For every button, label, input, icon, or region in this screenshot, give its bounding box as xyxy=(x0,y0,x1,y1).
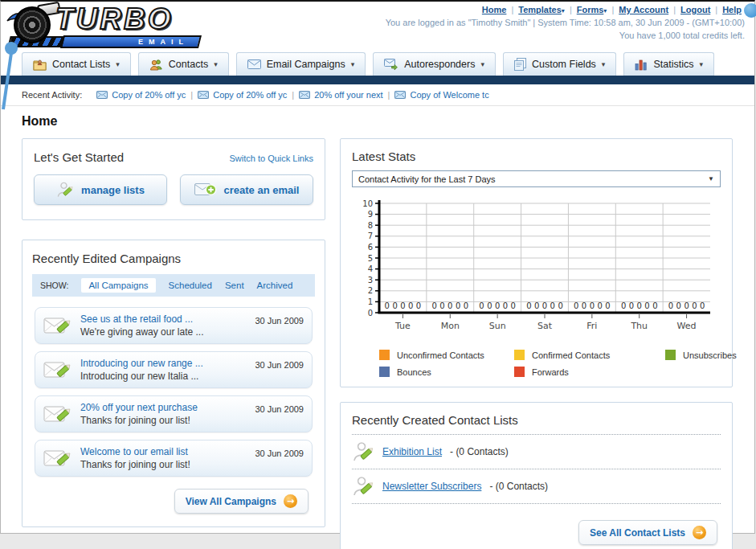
chart-area: 01234567891000000Tue00000Mon00000Sun0000… xyxy=(352,197,721,343)
svg-text:Wed: Wed xyxy=(677,321,697,331)
chevron-down-icon: ▾ xyxy=(480,60,484,68)
svg-text:0: 0 xyxy=(487,301,492,310)
switch-quick-links-link[interactable]: Switch to Quick Links xyxy=(229,154,313,163)
legend-label: Unsubscribes xyxy=(683,350,737,360)
campaign-title-link[interactable]: See us at the retail food ... xyxy=(80,313,247,325)
activity-separator: | xyxy=(292,90,294,100)
campaign-subtitle: Introducing our new Italia ... xyxy=(80,371,247,382)
view-all-campaigns-button[interactable]: View All Campaigns → xyxy=(174,489,309,514)
svg-text:0: 0 xyxy=(590,301,595,310)
nav-separator: | xyxy=(570,5,572,14)
filter-all-campaigns[interactable]: All Campaigns xyxy=(81,278,155,293)
contact-list-link[interactable]: Newsletter Subscribers xyxy=(382,481,481,492)
campaign-title-link[interactable]: 20% off your next purchase xyxy=(80,402,247,413)
recent-activity-link[interactable]: 20% off your next xyxy=(299,90,382,100)
stats-period-select[interactable]: Contact Activity for the Last 7 Days ▼ xyxy=(352,170,721,187)
app-logo[interactable]: EMAIL TURBO xyxy=(6,3,210,48)
legend-item-bounces: Bounces xyxy=(379,367,514,377)
svg-text:0: 0 xyxy=(637,301,642,310)
svg-text:8: 8 xyxy=(368,221,373,230)
tab-statistics[interactable]: Statistics▾ xyxy=(623,52,714,76)
contact-edit-icon xyxy=(56,180,74,199)
filter-scheduled[interactable]: Scheduled xyxy=(169,281,212,290)
filter-archived[interactable]: Archived xyxy=(257,281,293,290)
campaign-text: Introducing our new range ...Introducing… xyxy=(80,358,247,382)
contact-list-link[interactable]: Exhibition List xyxy=(382,446,442,457)
campaign-edit-icon xyxy=(43,313,72,338)
contact-list-detail: - (0 Contacts) xyxy=(450,446,509,457)
campaign-subtitle: Thanks for joining our list! xyxy=(80,459,247,470)
chevron-down-icon: ▾ xyxy=(351,60,355,68)
svg-text:0: 0 xyxy=(400,301,405,310)
campaign-title-link[interactable]: Introducing our new range ... xyxy=(80,358,247,369)
nav-link-forms[interactable]: Forms ▾ xyxy=(577,5,607,14)
recent-activity-link[interactable]: Copy of 20% off yc xyxy=(198,90,287,100)
create-email-plus-icon xyxy=(194,182,217,198)
svg-text:0: 0 xyxy=(652,301,657,310)
svg-text:0: 0 xyxy=(408,301,413,310)
svg-text:Thu: Thu xyxy=(630,321,648,331)
svg-text:0: 0 xyxy=(605,301,610,310)
filter-list: All CampaignsScheduledSentArchived xyxy=(81,278,292,293)
svg-text:Mon: Mon xyxy=(441,321,460,331)
recent-activity-text: 20% off your next xyxy=(314,90,382,100)
contact-list-items: Exhibition List- (0 Contacts)Newsletter … xyxy=(352,434,721,504)
campaign-text: Welcome to our email listThanks for join… xyxy=(80,446,247,470)
svg-text:0: 0 xyxy=(700,301,705,310)
tab-email-campaigns[interactable]: Email Campaigns▾ xyxy=(236,52,366,76)
campaign-edit-icon xyxy=(43,402,72,426)
tab-label: Contacts xyxy=(169,59,208,70)
navy-divider-bar xyxy=(1,76,754,84)
tab-autoresponders[interactable]: Autoresponders▾ xyxy=(373,52,496,76)
main-tab-bar: Contact Lists▾Contacts▾Email Campaigns▾A… xyxy=(1,50,754,76)
envelope-icon xyxy=(247,59,261,69)
svg-text:Sun: Sun xyxy=(489,321,506,331)
turbo-spiral-icon xyxy=(14,6,51,43)
nav-link-home[interactable]: Home xyxy=(482,5,507,14)
svg-text:0: 0 xyxy=(558,301,562,310)
latest-stats-panel: Latest Stats Contact Activity for the La… xyxy=(340,138,733,387)
logo-title: TURBO xyxy=(55,4,174,34)
tab-custom-fields[interactable]: Custom Fields▾ xyxy=(503,52,616,76)
recent-activity-link[interactable]: Copy of 20% off yc xyxy=(96,90,186,100)
tab-contacts[interactable]: Contacts▾ xyxy=(138,52,229,76)
svg-text:0: 0 xyxy=(684,301,689,310)
campaign-row: See us at the retail food ...We're givin… xyxy=(35,307,313,344)
chevron-down-icon: ▾ xyxy=(562,7,565,14)
tab-contact-lists[interactable]: Contact Lists▾ xyxy=(22,52,131,76)
nav-separator: | xyxy=(611,5,614,14)
autoresponder-icon xyxy=(384,59,398,70)
nav-link-help[interactable]: Help xyxy=(722,5,742,14)
recent-contact-lists-panel: Recently Created Contact Lists Exhibitio… xyxy=(340,402,733,549)
manage-lists-button[interactable]: manage lists xyxy=(34,174,167,205)
view-all-campaigns-label: View All Campaigns xyxy=(186,496,276,507)
recent-activity-link[interactable]: Copy of Welcome tc xyxy=(394,90,488,100)
svg-text:0: 0 xyxy=(416,301,421,310)
legend-swatch xyxy=(514,350,525,360)
help-bubble-icon[interactable] xyxy=(744,3,756,18)
create-email-button[interactable]: create an email xyxy=(180,174,313,205)
nav-link-logout[interactable]: Logout xyxy=(680,5,710,14)
see-all-contact-lists-button[interactable]: See All Contact Lists → xyxy=(578,520,717,545)
nav-separator: | xyxy=(511,5,513,14)
svg-text:0: 0 xyxy=(534,301,539,310)
campaign-row: Welcome to our email listThanks for join… xyxy=(35,440,313,477)
legend-item-unsubscribes: Unsubscribes xyxy=(665,350,737,360)
nav-separator: | xyxy=(673,5,676,14)
tab-label: Contact Lists xyxy=(52,59,110,70)
svg-text:0: 0 xyxy=(629,301,634,310)
nav-link-templates[interactable]: Templates ▾ xyxy=(518,5,565,14)
nav-link-my-account[interactable]: My Account xyxy=(619,5,668,14)
create-email-label: create an email xyxy=(224,184,300,196)
svg-text:0: 0 xyxy=(431,301,436,310)
campaign-title-link[interactable]: Welcome to our email list xyxy=(80,446,247,457)
filter-sent[interactable]: Sent xyxy=(225,281,244,290)
recent-activity-items: Copy of 20% off yc|Copy of 20% off yc|20… xyxy=(93,90,492,100)
chevron-down-icon: ▼ xyxy=(708,175,714,182)
contact-list-detail: - (0 Contacts) xyxy=(489,481,548,492)
logo-email-banner: EMAIL xyxy=(60,35,202,48)
chevron-down-icon: ▾ xyxy=(602,60,606,68)
svg-text:0: 0 xyxy=(542,301,547,310)
legend-item-unconfirmed-contacts: Unconfirmed Contacts xyxy=(379,350,514,360)
stats-period-value: Contact Activity for the Last 7 Days xyxy=(358,174,496,184)
